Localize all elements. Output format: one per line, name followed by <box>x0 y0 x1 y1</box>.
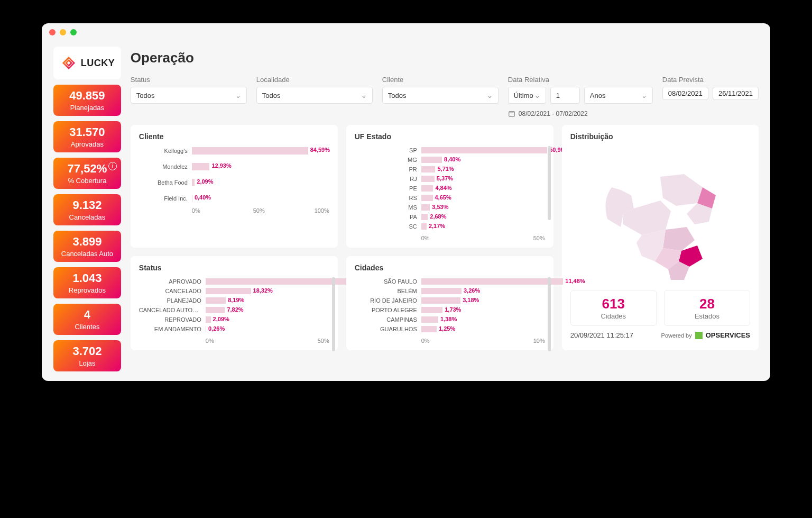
stat-card-7[interactable]: 3.702Lojas <box>53 340 121 371</box>
bar-row[interactable]: BELÉM 3,26% <box>355 288 545 294</box>
stat-label: Reprovados <box>56 286 119 294</box>
cidades-label: Cidades <box>573 312 654 320</box>
bar-row[interactable]: PE 4,84% <box>355 185 545 192</box>
date-from[interactable]: 08/02/2021 <box>662 87 708 100</box>
bar-row[interactable]: GUARULHOS 1,25% <box>355 326 545 332</box>
stat-card-4[interactable]: 3.899Canceladas Auto <box>53 231 121 262</box>
scrollbar[interactable] <box>548 277 551 351</box>
axis-tick: 0% <box>421 338 533 344</box>
scrollbar[interactable] <box>332 277 335 351</box>
scrollbar[interactable] <box>548 146 551 220</box>
stat-card-2[interactable]: 77,52%% Coberturai <box>53 158 121 189</box>
brand-icon <box>695 332 703 339</box>
bar-row[interactable]: CANCELADO 18,32% <box>139 288 329 294</box>
stat-card-0[interactable]: 49.859Planejadas <box>53 85 121 116</box>
info-icon[interactable]: i <box>108 162 117 170</box>
stat-value: 9.132 <box>56 199 119 211</box>
bar-row[interactable]: RJ 5,37% <box>355 176 545 182</box>
estados-label: Estados <box>667 312 748 320</box>
axis-tick: 0% <box>206 338 318 344</box>
amount-input[interactable]: 1 <box>550 87 580 104</box>
stat-card-6[interactable]: 4Clientes <box>53 304 121 335</box>
stat-value: 3.899 <box>56 236 119 248</box>
bar-label: Mondelez <box>139 163 188 170</box>
timestamp: 20/09/2021 11:25:17 <box>570 331 633 339</box>
bar-row[interactable]: Mondelez 12,93% <box>139 163 329 170</box>
stat-card-3[interactable]: 9.132Canceladas <box>53 194 121 225</box>
axis-tick: 0% <box>421 235 533 241</box>
bar-label: RIO DE JANEIRO <box>355 297 417 304</box>
date-range-hint: 08/02/2021 - 07/02/2022 <box>508 110 653 117</box>
chart-cliente: Cliente Kellogg's 84,59% Mondelez 12,93%… <box>131 125 338 248</box>
filter-label-data-relativa: Data Relativa <box>508 76 653 84</box>
chevron-down-icon: ⌄ <box>487 92 493 99</box>
date-to[interactable]: 26/11/2021 <box>713 87 759 100</box>
close-icon[interactable] <box>49 29 56 35</box>
logo-icon <box>60 54 78 72</box>
localidade-select[interactable]: Todos⌄ <box>256 87 373 104</box>
bar-row[interactable]: PR 5,71% <box>355 166 545 172</box>
bar-row[interactable]: EM ANDAMENTO 0,26% <box>139 326 329 332</box>
powered-by: Powered by OPSERVICES <box>661 331 750 339</box>
calendar-icon <box>508 110 515 117</box>
axis-tick: 0% <box>192 207 253 214</box>
bar-row[interactable]: CAMPINAS 1,38% <box>355 316 545 323</box>
bar-row[interactable]: RIO DE JANEIRO 3,18% <box>355 297 545 304</box>
bar-label: RJ <box>355 176 417 182</box>
stat-value: 31.570 <box>56 126 119 138</box>
stat-card-1[interactable]: 31.570Aprovadas <box>53 121 121 152</box>
bar-row[interactable]: MS 3,53% <box>355 204 545 211</box>
bar-label: RS <box>355 195 417 201</box>
bar-row[interactable]: PA 2,68% <box>355 214 545 220</box>
bar-row[interactable]: Betha Food 2,09% <box>139 179 329 186</box>
status-select[interactable]: Todos⌄ <box>131 87 247 104</box>
axis-tick: 50% <box>253 207 315 214</box>
card-distribuicao: Distribuição <box>562 125 759 350</box>
sidebar: LUCKY 49.859Planejadas31.570Aprovadas77,… <box>53 47 121 371</box>
bar-label: SC <box>355 223 417 230</box>
distribuicao-title: Distribuição <box>570 132 750 141</box>
bar-label: Field Inc. <box>139 195 188 202</box>
logo-text: LUCKY <box>81 58 115 69</box>
bar-label: MS <box>355 204 417 211</box>
chart-title: Cidades <box>355 263 545 272</box>
filter-label-cliente: Cliente <box>382 76 499 84</box>
period-select[interactable]: Último⌄ <box>508 87 546 104</box>
stat-label: Canceladas Auto <box>56 250 119 258</box>
stat-label: Aprovadas <box>56 140 119 148</box>
bar-row[interactable]: SÃO PAULO 11,48% <box>355 278 545 285</box>
maximize-icon[interactable] <box>70 29 77 35</box>
bar-row[interactable]: Field Inc. 0,40% <box>139 195 329 202</box>
chevron-down-icon: ⌄ <box>641 92 647 99</box>
stat-value: 3.702 <box>56 346 119 357</box>
bar-label: PORTO ALEGRE <box>355 307 417 313</box>
brazil-map <box>592 150 729 283</box>
logo: LUCKY <box>53 47 121 79</box>
bar-row[interactable]: Kellogg's 84,59% <box>139 147 329 155</box>
chevron-down-icon: ⌄ <box>235 92 241 99</box>
filter-label-status: Status <box>131 76 247 84</box>
axis-tick: 50% <box>533 235 545 241</box>
cliente-select[interactable]: Todos⌄ <box>382 87 499 104</box>
stat-cidades: 613 Cidades <box>570 290 657 326</box>
bar-label: Kellogg's <box>139 148 188 154</box>
bar-row[interactable]: CANCELADO AUTOM... 7,82% <box>139 307 329 313</box>
bar-row[interactable]: APROVADO 63,32% <box>139 278 329 285</box>
filter-label-localidade: Localidade <box>256 76 373 84</box>
bar-label: PLANEJADO <box>139 297 201 304</box>
stat-label: Clientes <box>56 323 119 331</box>
bar-row[interactable]: PLANEJADO 8,19% <box>139 297 329 304</box>
bar-row[interactable]: SP 50,96% <box>355 147 545 153</box>
bar-label: CANCELADO AUTOM... <box>139 307 201 313</box>
minimize-icon[interactable] <box>60 29 66 35</box>
bar-label: PR <box>355 166 417 172</box>
stat-label: % Cobertura <box>56 177 119 185</box>
bar-row[interactable]: PORTO ALEGRE 1,73% <box>355 307 545 313</box>
stat-card-5[interactable]: 1.043Reprovados <box>53 267 121 298</box>
bar-row[interactable]: RS 4,65% <box>355 195 545 201</box>
bar-label: BELÉM <box>355 288 417 294</box>
unit-select[interactable]: Anos⌄ <box>584 87 653 104</box>
bar-row[interactable]: MG 8,40% <box>355 157 545 163</box>
bar-row[interactable]: SC 2,17% <box>355 223 545 230</box>
bar-row[interactable]: REPROVADO 2,09% <box>139 316 329 323</box>
